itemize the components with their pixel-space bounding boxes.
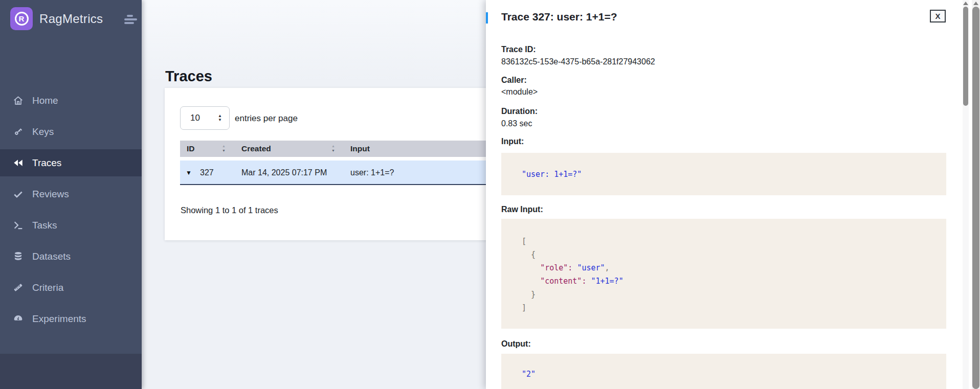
trace-id-label: Trace ID:: [501, 44, 536, 54]
terminal-icon: [12, 220, 24, 231]
sidebar-item-criteria[interactable]: Criteria: [0, 274, 142, 301]
home-icon: [12, 95, 24, 106]
sidebar-nav: Home Keys Traces Reviews: [0, 87, 142, 336]
entries-per-page-label: entries per page: [235, 113, 298, 124]
trace-detail-panel: Trace 327: user: 1+1=? X Trace ID: 83613…: [486, 0, 980, 389]
window-scrollbar-thumb[interactable]: [972, 7, 979, 389]
input-code-text: "user: 1+1=?": [522, 170, 582, 179]
caller-value: <module>: [501, 87, 538, 97]
sidebar-item-experiments[interactable]: Experiments: [0, 305, 142, 332]
row-id-cell: 327: [200, 161, 214, 185]
table-row[interactable]: ▼ 327 Mar 14, 2025 07:17 PM user: 1+1=?: [180, 161, 486, 185]
brand[interactable]: R RagMetrics: [10, 7, 103, 30]
entries-select-value: 10: [190, 113, 218, 123]
sidebar-footer: [0, 354, 142, 389]
column-header-input[interactable]: Input: [350, 141, 370, 157]
sidebar-item-label: Datasets: [32, 251, 71, 262]
sidebar-item-keys[interactable]: Keys: [0, 118, 142, 145]
sort-icon[interactable]: ▲▼: [331, 144, 335, 153]
column-header-created[interactable]: Created: [241, 141, 271, 157]
input-label: Input:: [501, 136, 524, 146]
column-header-id[interactable]: ID: [187, 141, 195, 157]
window-scrollbar[interactable]: [972, 0, 980, 389]
sort-icon[interactable]: ▲▼: [222, 144, 226, 153]
sidebar-item-label: Tasks: [32, 220, 57, 231]
caller-label: Caller:: [501, 75, 527, 85]
sidebar-item-label: Traces: [32, 157, 61, 169]
key-icon: [12, 126, 24, 138]
row-input-cell: user: 1+1=?: [350, 161, 394, 185]
sidebar: R RagMetrics Home Keys: [0, 0, 142, 389]
app-logo-icon: R: [10, 7, 33, 30]
gauge-icon: [12, 313, 24, 325]
select-arrows-icon: ▲▼: [218, 114, 222, 122]
panel-accent-bar: [486, 12, 488, 24]
panel-scrollbar-thumb[interactable]: [963, 7, 968, 106]
entries-per-page-select[interactable]: 10 ▲▼: [180, 106, 230, 130]
table-summary: Showing 1 to 1 of 1 traces: [181, 205, 278, 215]
input-code-block: "user: 1+1=?": [501, 153, 946, 195]
duration-label: Duration:: [501, 106, 538, 116]
scroll-up-icon[interactable]: [963, 2, 968, 5]
close-button[interactable]: X: [930, 10, 946, 22]
trace-id-value: 836132c5-153e-4375-b65a-281f27943062: [501, 57, 655, 66]
sidebar-item-label: Keys: [32, 126, 54, 138]
database-icon: [12, 251, 24, 262]
page-title: Traces: [165, 68, 212, 85]
sidebar-item-label: Home: [32, 95, 58, 106]
sidebar-item-datasets[interactable]: Datasets: [0, 243, 142, 270]
sidebar-item-reviews[interactable]: Reviews: [0, 180, 142, 208]
sidebar-item-home[interactable]: Home: [0, 87, 142, 114]
scroll-up-icon[interactable]: [973, 2, 978, 5]
row-expander-icon[interactable]: ▼: [186, 169, 192, 176]
raw-input-code: [ { "role": "user", "content": "1+1=?" }…: [501, 219, 946, 329]
logo-ring: R: [15, 12, 29, 26]
duration-value: 0.83 sec: [501, 119, 532, 128]
traces-card: 10 ▲▼ entries per page ID ▲▼ Created ▲▼ …: [165, 88, 492, 240]
output-label: Output:: [501, 339, 531, 349]
brand-name: RagMetrics: [39, 12, 103, 26]
panel-title: Trace 327: user: 1+1=?: [501, 11, 617, 23]
rewind-icon: [12, 157, 24, 169]
raw-input-label: Raw Input:: [501, 204, 543, 214]
table-header: ID ▲▼ Created ▲▼ Input: [180, 141, 486, 157]
menu-toggle-icon[interactable]: [124, 15, 137, 26]
sidebar-item-label: Reviews: [32, 189, 69, 200]
sidebar-item-tasks[interactable]: Tasks: [0, 212, 142, 239]
panel-scrollbar[interactable]: [963, 0, 969, 389]
sidebar-item-label: Criteria: [32, 282, 63, 293]
output-code-block: "2": [501, 354, 946, 389]
row-created-cell: Mar 14, 2025 07:17 PM: [241, 161, 327, 185]
check-icon: [12, 189, 24, 200]
sidebar-item-label: Experiments: [32, 313, 86, 325]
app-root: R RagMetrics Home Keys: [0, 0, 980, 389]
sidebar-item-traces[interactable]: Traces: [0, 149, 142, 176]
ruler-icon: [12, 282, 24, 293]
output-code-text: "2": [522, 370, 536, 379]
